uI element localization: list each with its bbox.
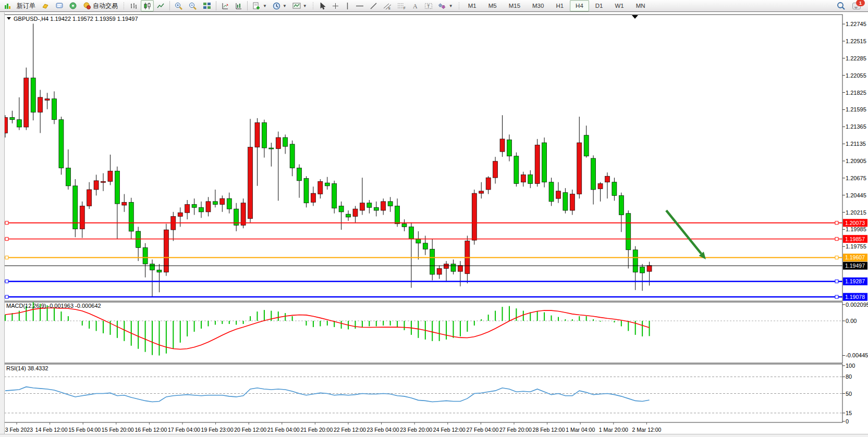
indicator-window-button[interactable] (232, 0, 245, 11)
svg-text:1.21825: 1.21825 (846, 90, 866, 96)
search-button[interactable] (834, 0, 848, 11)
svg-text:1.20073: 1.20073 (845, 220, 865, 226)
svg-text:1.20445: 1.20445 (846, 192, 866, 198)
toolbar-grip (123, 2, 125, 10)
svg-text:1.19078: 1.19078 (845, 294, 865, 300)
toolbar-separator (169, 1, 170, 10)
svg-text:27 Feb 20:00: 27 Feb 20:00 (499, 427, 532, 433)
svg-text:13 Feb 2023: 13 Feb 2023 (2, 427, 33, 433)
timeframe-w1-button[interactable]: W1 (609, 0, 630, 11)
timeframe-m30-button[interactable]: M30 (527, 0, 549, 11)
svg-text:A: A (413, 3, 418, 10)
toolbar-separator (216, 1, 216, 10)
time-axis: 13 Feb 202314 Feb 12:0015 Feb 04:0015 Fe… (2, 422, 662, 433)
channel-button[interactable]: E (381, 0, 394, 11)
bar-chart-button[interactable] (127, 0, 140, 11)
svg-text:2 Mar 12:00: 2 Mar 12:00 (632, 427, 661, 433)
timeframe-d1-button[interactable]: D1 (590, 0, 609, 11)
line-chart-button[interactable] (154, 0, 167, 11)
svg-text:19 Feb 23:00: 19 Feb 23:00 (201, 427, 234, 433)
signal-button[interactable] (67, 0, 80, 11)
svg-text:20 Feb 12:00: 20 Feb 12:00 (234, 427, 266, 433)
svg-text:1.19287: 1.19287 (845, 278, 865, 284)
cursor-button[interactable] (316, 0, 328, 11)
horizontal-line-button[interactable] (353, 0, 366, 11)
community-button[interactable] (53, 0, 66, 11)
svg-text:17 Feb 04:00: 17 Feb 04:00 (168, 427, 200, 433)
zoom-in-button[interactable] (172, 0, 186, 11)
chart-title[interactable]: GBPUSD-,H4 1.19422 1.19572 1.19359 1.194… (7, 15, 138, 22)
svg-text:1.19755: 1.19755 (846, 243, 866, 249)
svg-text:50: 50 (846, 391, 852, 397)
svg-text:28 Feb 12:00: 28 Feb 12:00 (533, 427, 565, 433)
timeframe-mn-button[interactable]: MN (630, 0, 651, 11)
svg-text:1 Mar 20:00: 1 Mar 20:00 (599, 427, 628, 433)
svg-text:14 Feb 12:00: 14 Feb 12:00 (35, 427, 68, 433)
svg-text:-0.004455: -0.004455 (846, 352, 868, 358)
svg-text:100: 100 (846, 363, 855, 369)
template-button[interactable]: ▼ (290, 0, 310, 11)
mt4-window: 新订单自动交易▼▼▼EFAT▼M1M5M15M30H1H4D1W1MN1 1.2… (0, 0, 868, 437)
svg-text:15 Feb 20:00: 15 Feb 20:00 (102, 427, 134, 433)
svg-text:1.19857: 1.19857 (845, 236, 865, 242)
svg-text:0.002095: 0.002095 (846, 302, 868, 308)
timeframe-h4-button[interactable]: H4 (570, 0, 589, 11)
new-chart-button[interactable]: ▼ (250, 0, 270, 11)
gold-button[interactable] (39, 0, 52, 11)
toolbar-grip (312, 2, 314, 10)
fibonacci-button[interactable]: F (395, 0, 409, 11)
candle-chart-button[interactable] (141, 0, 154, 11)
svg-text:21 Feb 04:00: 21 Feb 04:00 (267, 427, 300, 433)
left-splitter[interactable] (0, 13, 5, 437)
svg-text:1.19497: 1.19497 (845, 263, 865, 269)
timeframe-m15-button[interactable]: M15 (503, 0, 526, 11)
svg-text:24 Feb 12:00: 24 Feb 12:00 (433, 427, 466, 433)
svg-text:1.19985: 1.19985 (846, 226, 866, 232)
svg-text:1.22285: 1.22285 (846, 55, 866, 61)
toolbar-separator (247, 1, 248, 10)
svg-text:1.21135: 1.21135 (846, 141, 866, 147)
autotrade-button[interactable]: 自动交易 (80, 0, 120, 11)
svg-text:21 Feb 20:00: 21 Feb 20:00 (300, 427, 333, 433)
notifications-button[interactable]: 1 (852, 1, 864, 10)
bottom-strip (0, 434, 868, 437)
price-axis: 1.227451.225151.222851.220551.218251.215… (842, 21, 866, 249)
main-panel (4, 15, 842, 301)
svg-text:23 Feb 20:00: 23 Feb 20:00 (400, 427, 432, 433)
svg-text:23 Feb 04:00: 23 Feb 04:00 (367, 427, 399, 433)
text-button[interactable]: A (409, 0, 421, 11)
svg-text:1.22745: 1.22745 (846, 21, 866, 27)
svg-text:22 Feb 12:00: 22 Feb 12:00 (334, 427, 366, 433)
timeframe-h1-button[interactable]: H1 (550, 0, 569, 11)
tile-windows-button[interactable] (200, 0, 214, 11)
svg-text:1.22055: 1.22055 (846, 72, 866, 79)
zoom-out-button[interactable] (186, 0, 200, 11)
svg-text:0.00: 0.00 (846, 318, 857, 324)
timeframe-m1-button[interactable]: M1 (462, 0, 482, 11)
vertical-line-button[interactable] (343, 0, 352, 11)
svg-text:15 Feb 04:00: 15 Feb 04:00 (68, 427, 101, 433)
svg-text:1.19607: 1.19607 (845, 254, 865, 260)
svg-text:F: F (404, 6, 406, 10)
period-button[interactable]: ▼ (270, 0, 289, 11)
svg-text:0: 0 (846, 418, 849, 424)
svg-text:E: E (388, 7, 390, 10)
svg-text:80: 80 (846, 373, 852, 380)
toolbar: 新订单自动交易▼▼▼EFAT▼M1M5M15M30H1H4D1W1MN1 (0, 0, 868, 12)
trendline-button[interactable] (367, 0, 380, 11)
chart-area[interactable]: 1.200731.198571.196071.194971.192871.190… (0, 0, 868, 437)
timeframe-m5-button[interactable]: M5 (483, 0, 503, 11)
toolbar-grip (458, 2, 460, 10)
arrange-window-button[interactable] (218, 0, 231, 11)
symbol-dropdown-icon[interactable] (7, 17, 11, 22)
svg-text:16 Feb 12:00: 16 Feb 12:00 (135, 427, 167, 433)
crosshair-button[interactable] (329, 0, 342, 11)
macd-indicator-label: MACD(12,26,9) -0.001963 -0.000642 (6, 303, 101, 309)
text-label-button[interactable]: T (422, 0, 435, 11)
svg-text:1.21595: 1.21595 (846, 106, 866, 113)
chart-mini-icon[interactable] (1, 0, 14, 11)
new-order-button[interactable]: 新订单 (14, 0, 38, 11)
rsi-indicator-label: RSI(14) 38.4332 (6, 365, 48, 371)
svg-text:1.20905: 1.20905 (846, 158, 866, 164)
shapes-button[interactable]: ▼ (436, 0, 456, 11)
